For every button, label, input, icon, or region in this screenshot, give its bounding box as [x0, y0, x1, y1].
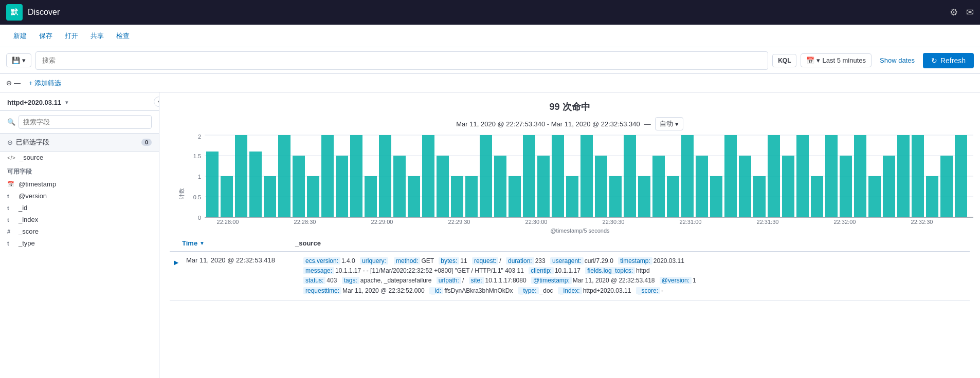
svg-rect-46: [724, 135, 737, 217]
field-item-timestamp[interactable]: 📅 @timestamp: [0, 178, 159, 190]
save-button[interactable]: 保存: [34, 29, 58, 43]
svg-rect-29: [480, 135, 492, 217]
svg-text:22:32:30: 22:32:30: [911, 219, 933, 225]
settings-icon[interactable]: ⚙: [950, 7, 958, 18]
svg-rect-60: [926, 176, 938, 217]
svg-rect-49: [768, 135, 780, 217]
field-key-at-timestamp: @timestamp:: [531, 277, 572, 284]
field-item-type[interactable]: t _type: [0, 237, 159, 249]
chevron-down-icon: ▾: [22, 56, 26, 64]
svg-rect-32: [523, 135, 535, 217]
search-icon: 🔍: [7, 118, 15, 126]
new-button[interactable]: 新建: [8, 29, 32, 43]
refresh-button[interactable]: ↻ Refresh: [923, 53, 974, 68]
svg-rect-38: [609, 176, 622, 217]
source-cell: ecs.version:1.4.0 urlquery: method:GET b…: [303, 256, 970, 296]
filter-toggle[interactable]: ⊖ —: [6, 79, 21, 87]
chevron-down-icon: ▾: [816, 56, 820, 64]
field-search-input[interactable]: [19, 115, 152, 129]
field-key-timestamp: timestamp:: [618, 257, 652, 264]
mail-icon[interactable]: ✉: [966, 7, 974, 18]
field-name: _type: [19, 239, 35, 247]
text-field-icon: t: [7, 217, 14, 223]
open-button[interactable]: 打开: [60, 29, 83, 43]
field-key-method: method:: [394, 257, 420, 264]
field-name: @timestamp: [19, 180, 56, 188]
inspect-button[interactable]: 检查: [111, 29, 135, 43]
svg-text:22:29:00: 22:29:00: [371, 219, 393, 225]
field-item-version[interactable]: t @version: [0, 190, 159, 202]
sidebar: httpd+2020.03.11 ▾ ‹ 🔍 ⊖ 已筛选字段 0 </> _so…: [0, 92, 159, 378]
svg-rect-18: [321, 135, 334, 217]
show-dates-button[interactable]: Show dates: [876, 54, 919, 67]
field-key-id: _id:: [429, 287, 443, 294]
separator: —: [644, 120, 651, 128]
time-label: Last 5 minutes: [822, 56, 866, 64]
field-key-tags: tags:: [342, 277, 359, 284]
field-name: _id: [19, 204, 27, 212]
svg-rect-62: [955, 135, 967, 217]
svg-rect-31: [509, 176, 521, 217]
source-field-item[interactable]: </> _source: [0, 152, 159, 163]
text-field-icon: t: [7, 193, 14, 199]
minus-circle-icon: ⊖: [7, 139, 13, 146]
chart-subtitle: Mar 11, 2020 @ 22:27:53.340 - Mar 11, 20…: [456, 117, 683, 130]
time-column-header[interactable]: Time ▼: [182, 239, 295, 247]
svg-text:1.5: 1.5: [193, 153, 201, 159]
add-filter-button[interactable]: + 添加筛选: [25, 78, 65, 89]
results-table: Time ▼ _source ▶ Mar 11, 2020 @ 22:32:53…: [159, 235, 980, 300]
time-picker[interactable]: 📅 ▾ Last 5 minutes: [801, 53, 872, 67]
content-area: 99 次命中 Mar 11, 2020 @ 22:27:53.340 - Mar…: [159, 92, 980, 378]
svg-rect-34: [552, 135, 564, 217]
field-item-score[interactable]: # _score: [0, 225, 159, 237]
svg-rect-35: [566, 176, 578, 217]
svg-rect-47: [739, 156, 751, 217]
svg-text:22:32:00: 22:32:00: [834, 219, 856, 225]
field-name: _index: [19, 216, 38, 223]
table-header: Time ▼ _source: [170, 235, 970, 252]
svg-rect-12: [235, 135, 247, 217]
svg-rect-14: [264, 176, 276, 217]
svg-text:2: 2: [198, 134, 201, 140]
svg-rect-40: [638, 176, 650, 217]
svg-text:0: 0: [198, 215, 201, 221]
field-key-at-version: @version:: [660, 277, 692, 284]
svg-rect-39: [624, 135, 636, 217]
field-item-index[interactable]: t _index: [0, 214, 159, 225]
svg-rect-22: [379, 135, 391, 217]
svg-rect-17: [307, 176, 319, 217]
svg-rect-59: [912, 135, 924, 217]
expand-row-button[interactable]: ▶: [170, 256, 182, 269]
number-field-icon: #: [7, 229, 14, 235]
field-key-duration: duration:: [506, 257, 534, 264]
field-item-id[interactable]: t _id: [0, 202, 159, 214]
field-key-index: _index:: [558, 287, 582, 294]
search-input[interactable]: [35, 51, 768, 70]
calendar-field-icon: 📅: [7, 181, 14, 187]
field-key-status: status:: [303, 277, 325, 284]
field-key-clientip: clientip:: [529, 267, 554, 274]
time-range: Mar 11, 2020 @ 22:27:53.340 - Mar 11, 20…: [456, 120, 640, 128]
svg-text:22:28:30: 22:28:30: [294, 219, 316, 225]
svg-rect-43: [681, 135, 694, 217]
index-pattern-selector[interactable]: httpd+2020.03.11 ▾ ‹: [0, 92, 159, 111]
auto-interval-selector[interactable]: 自动 ▾: [655, 117, 683, 130]
main-layout: httpd+2020.03.11 ▾ ‹ 🔍 ⊖ 已筛选字段 0 </> _so…: [0, 92, 980, 378]
sort-icon: ▼: [199, 240, 205, 246]
selected-count-badge: 0: [141, 139, 152, 146]
save-search-button[interactable]: 💾 ▾: [6, 53, 31, 67]
svg-rect-56: [868, 176, 881, 217]
kql-badge[interactable]: KQL: [772, 54, 796, 67]
share-button[interactable]: 共享: [85, 29, 109, 43]
collapse-sidebar-button[interactable]: ‹: [154, 97, 159, 107]
selected-fields-section[interactable]: ⊖ 已筛选字段 0: [0, 134, 159, 152]
svg-rect-27: [451, 176, 463, 217]
field-key-ecs-version: ecs.version:: [303, 257, 340, 264]
hit-count: 99: [549, 102, 559, 112]
auto-label: 自动: [660, 119, 673, 128]
svg-rect-10: [206, 152, 219, 217]
selected-fields-label: 已筛选字段: [16, 138, 49, 147]
field-key-request: request:: [472, 257, 498, 264]
svg-rect-25: [422, 135, 434, 217]
field-key-score: _score:: [636, 287, 660, 294]
